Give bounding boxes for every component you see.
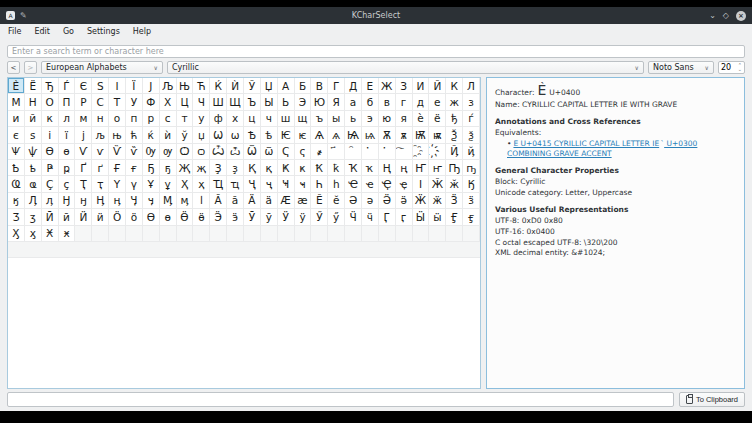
- character-cell[interactable]: Э: [295, 94, 312, 110]
- character-cell[interactable]: я: [396, 111, 413, 127]
- character-cell[interactable]: Ѕ: [92, 78, 109, 94]
- character-cell[interactable]: ѷ: [126, 144, 143, 160]
- character-cell[interactable]: џ: [193, 127, 210, 143]
- character-cell[interactable]: ӓ: [261, 193, 278, 209]
- character-cell[interactable]: ҧ: [463, 160, 480, 176]
- character-cell[interactable]: ѳ: [59, 144, 76, 160]
- stepper-arrows-icon[interactable]: ⌃⌄: [738, 64, 742, 71]
- character-cell[interactable]: ѥ: [295, 127, 312, 143]
- character-cell[interactable]: Ҟ: [311, 160, 328, 176]
- character-cell[interactable]: е: [429, 94, 446, 110]
- character-cell[interactable]: ѕ: [25, 127, 42, 143]
- character-cell[interactable]: й: [25, 111, 42, 127]
- character-cell[interactable]: ҭ: [92, 176, 109, 192]
- character-cell[interactable]: Ӱ: [278, 209, 295, 225]
- character-cell[interactable]: ѿ: [261, 144, 278, 160]
- character-cell[interactable]: ѽ: [227, 144, 244, 160]
- character-cell[interactable]: ҆: [379, 144, 396, 160]
- character-cell[interactable]: М: [8, 94, 25, 110]
- character-cell[interactable]: с: [160, 111, 177, 127]
- character-cell[interactable]: ӻ: [463, 209, 480, 225]
- character-cell[interactable]: ә: [362, 193, 379, 209]
- character-cell[interactable]: б: [362, 94, 379, 110]
- character-cell[interactable]: Ӭ: [210, 209, 227, 225]
- character-cell[interactable]: Е: [362, 78, 379, 94]
- character-cell[interactable]: ҙ: [227, 160, 244, 176]
- character-cell[interactable]: Ӯ: [244, 209, 261, 225]
- character-cell[interactable]: Љ: [160, 78, 177, 94]
- character-cell[interactable]: Ҍ: [8, 160, 25, 176]
- character-cell[interactable]: Ӹ: [413, 209, 430, 225]
- character-cell[interactable]: ҄: [345, 144, 362, 160]
- character-cell[interactable]: њ: [109, 127, 126, 143]
- character-cell[interactable]: Я: [328, 94, 345, 110]
- character-cell[interactable]: т: [177, 111, 194, 127]
- character-cell[interactable]: ґ: [92, 160, 109, 176]
- character-cell[interactable]: Ӛ: [379, 193, 396, 209]
- character-cell[interactable]: ѹ: [160, 144, 177, 160]
- character-cell[interactable]: ҇: [396, 144, 413, 160]
- character-cell[interactable]: О: [42, 94, 59, 110]
- character-cell[interactable]: Џ: [261, 78, 278, 94]
- character-cell[interactable]: Ќ: [210, 78, 227, 94]
- character-cell[interactable]: І: [109, 78, 126, 94]
- character-cell[interactable]: ӵ: [362, 209, 379, 225]
- back-button[interactable]: <: [7, 61, 20, 74]
- character-cell[interactable]: к: [42, 111, 59, 127]
- character-cell[interactable]: і: [42, 127, 59, 143]
- character-cell[interactable]: Ѱ: [8, 144, 25, 160]
- character-cell[interactable]: ў: [177, 127, 194, 143]
- character-cell[interactable]: ѝ: [160, 127, 177, 143]
- character-cell[interactable]: ӎ: [177, 193, 194, 209]
- character-cell[interactable]: Ѐ: [8, 78, 25, 94]
- clipboard-text-input[interactable]: [7, 392, 674, 407]
- character-cell[interactable]: Ѝ: [227, 78, 244, 94]
- character-cell[interactable]: Ӫ: [177, 209, 194, 225]
- character-cell[interactable]: ѻ: [193, 144, 210, 160]
- character-cell[interactable]: ҵ: [227, 176, 244, 192]
- character-cell[interactable]: ӫ: [193, 209, 210, 225]
- character-cell[interactable]: Ө: [143, 209, 160, 225]
- character-cell[interactable]: Ӄ: [463, 176, 480, 192]
- category-select[interactable]: European Alphabets ∨: [41, 61, 163, 74]
- character-cell[interactable]: Ѽ: [210, 144, 227, 160]
- character-cell[interactable]: Ӻ: [446, 209, 463, 225]
- equivalent-link[interactable]: Е U+0415 CYRILLIC CAPITAL LETTER IE: [513, 139, 659, 148]
- font-size-stepper[interactable]: 20 ⌃⌄: [718, 61, 745, 74]
- character-cell[interactable]: Ҁ: [278, 144, 295, 160]
- character-cell[interactable]: Ђ: [42, 78, 59, 94]
- character-cell[interactable]: Й: [429, 78, 446, 94]
- character-cell[interactable]: ӭ: [227, 209, 244, 225]
- character-cell[interactable]: В: [311, 78, 328, 94]
- character-cell[interactable]: Ҥ: [413, 160, 430, 176]
- character-cell[interactable]: Ћ: [193, 78, 210, 94]
- character-cell[interactable]: ҽ: [362, 176, 379, 192]
- character-cell[interactable]: Ҹ: [278, 176, 295, 192]
- character-cell[interactable]: ќ: [143, 127, 160, 143]
- character-cell[interactable]: Ң: [379, 160, 396, 176]
- character-cell[interactable]: ҩ: [25, 176, 42, 192]
- maximize-button[interactable]: ◇: [723, 12, 729, 20]
- character-cell[interactable]: р: [143, 111, 160, 127]
- character-cell[interactable]: А: [278, 78, 295, 94]
- character-cell[interactable]: ғ: [126, 160, 143, 176]
- character-cell[interactable]: ҂: [311, 144, 328, 160]
- character-cell[interactable]: Ү: [109, 176, 126, 192]
- character-cell[interactable]: ӈ: [75, 193, 92, 209]
- character-cell[interactable]: ӿ: [59, 226, 76, 242]
- character-cell[interactable]: ӽ: [25, 226, 42, 242]
- character-cell[interactable]: Б: [295, 78, 312, 94]
- character-cell[interactable]: ї: [59, 127, 76, 143]
- character-cell[interactable]: Т: [109, 94, 126, 110]
- character-cell[interactable]: ү: [126, 176, 143, 192]
- character-cell[interactable]: ҉: [429, 144, 446, 160]
- character-cell[interactable]: Ӧ: [109, 209, 126, 225]
- character-cell[interactable]: Ы: [261, 94, 278, 110]
- character-cell[interactable]: Ѯ: [446, 127, 463, 143]
- character-cell[interactable]: ч: [261, 111, 278, 127]
- character-cell[interactable]: щ: [295, 111, 312, 127]
- character-cell[interactable]: ӗ: [328, 193, 345, 209]
- menu-item-help[interactable]: Help: [133, 27, 151, 36]
- character-cell[interactable]: Ь: [278, 94, 295, 110]
- character-cell[interactable]: З: [396, 78, 413, 94]
